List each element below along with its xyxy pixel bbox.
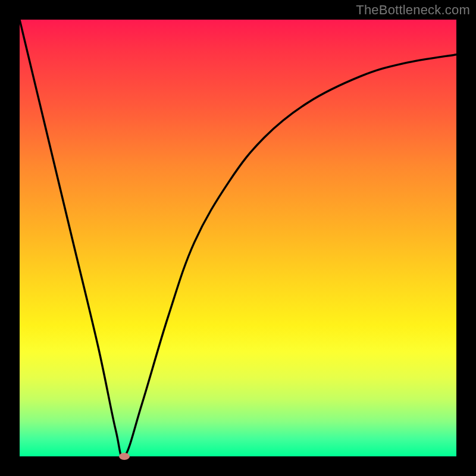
watermark-label: TheBottleneck.com	[356, 2, 470, 18]
min-marker	[119, 453, 130, 460]
plot-area	[20, 20, 456, 456]
chart-frame: TheBottleneck.com	[0, 0, 476, 476]
curve-svg	[20, 20, 456, 456]
bottleneck-curve-path	[20, 20, 456, 456]
